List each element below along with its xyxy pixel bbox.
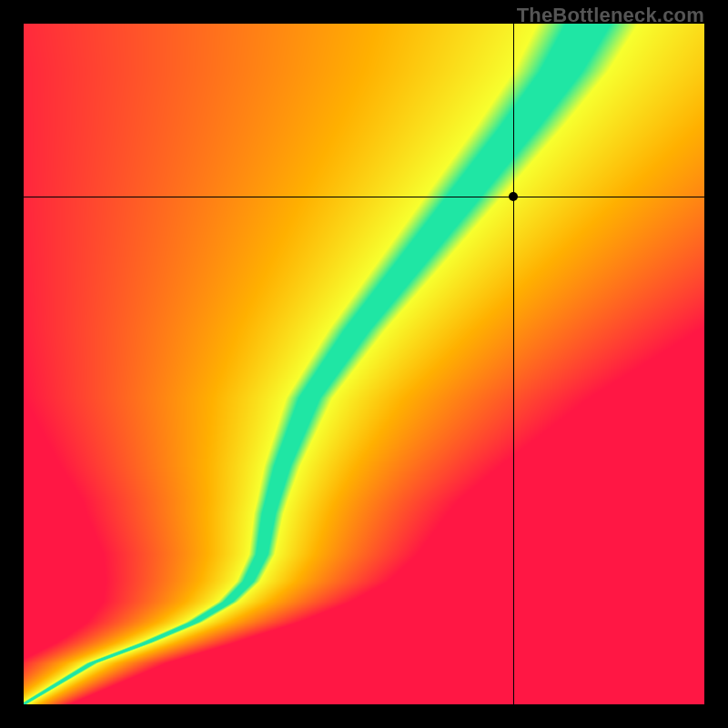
marker-dot <box>509 192 518 201</box>
plot-area <box>24 24 704 704</box>
crosshair-horizontal <box>24 197 704 197</box>
watermark-text: TheBottleneck.com <box>517 4 704 27</box>
chart-container: TheBottleneck.com <box>0 0 728 728</box>
crosshair-vertical <box>513 24 514 704</box>
heatmap-canvas <box>24 24 704 704</box>
